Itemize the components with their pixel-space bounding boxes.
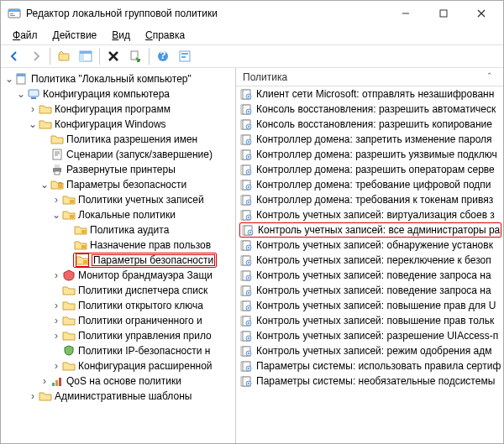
expand-icon[interactable]: › — [51, 300, 61, 311]
firewall-icon — [62, 269, 76, 282]
list-item[interactable]: Контроль учетных записей: повышение прав… — [236, 313, 503, 328]
column-header-policy[interactable]: Политика ⌃ — [236, 68, 503, 86]
list-item-label: Контроль учетных записей: виртуализация … — [256, 209, 495, 221]
policy-item-icon — [239, 102, 253, 116]
expand-icon[interactable]: › — [51, 360, 61, 372]
svg-rect-11 — [80, 54, 84, 61]
tree-label: QoS на основе политики — [66, 375, 181, 387]
tree-node-adv-audit[interactable]: › Конфигурация расширенной — [1, 358, 235, 373]
expand-icon[interactable]: › — [51, 269, 61, 281]
list-item[interactable]: Контроллер домена: запретить изменение п… — [236, 132, 503, 147]
tree-node-local-policies[interactable]: ⌄ Локальные политики — [1, 207, 235, 222]
svg-rect-22 — [29, 90, 39, 97]
expand-icon[interactable]: › — [51, 194, 61, 206]
export-button[interactable] — [125, 46, 145, 66]
maximize-button[interactable] — [424, 2, 462, 25]
list-item[interactable]: Контроль учетных записей: режим одобрени… — [236, 343, 503, 358]
list-item[interactable]: Параметры системы: использовать правила … — [236, 358, 503, 373]
expand-icon[interactable]: › — [51, 315, 61, 326]
tree-node-admin-templates[interactable]: › Административные шаблоны — [1, 389, 235, 404]
tree-pane[interactable]: ⌄ Политика "Локальный компьютер" ⌄ Конфи… — [1, 68, 236, 443]
list-item[interactable]: Контроль учетных записей: поведение запр… — [236, 283, 503, 298]
minimize-button[interactable] — [386, 2, 424, 25]
tree-label: Параметры безопасности — [66, 179, 186, 191]
up-button[interactable] — [54, 46, 74, 66]
list-item-label: Параметры системы: необязательные подсис… — [256, 375, 495, 387]
list-item[interactable]: Контроль учетных записей: виртуализация … — [236, 207, 503, 222]
list-item[interactable]: Контроль учетных записей: обнаружение ус… — [236, 238, 503, 253]
tree-label: Политики управления прило — [78, 330, 212, 342]
tree-node-account-policies[interactable]: › Политики учетных записей — [1, 192, 235, 207]
tree-node-qos[interactable]: › QoS на основе политики — [1, 373, 235, 389]
svg-rect-31 — [81, 230, 86, 233]
tree-node-name-res[interactable]: · Политика разрешения имен — [1, 132, 235, 147]
tree-node-app-control[interactable]: › Политики управления прило — [1, 328, 235, 343]
menu-view[interactable]: Вид — [105, 28, 137, 43]
expand-icon[interactable]: ⌄ — [39, 179, 50, 191]
tree-node-firewall[interactable]: › Монитор брандмауэра Защи — [1, 268, 235, 283]
tree-label: Политики ограниченного и — [78, 315, 202, 326]
policy-item-icon — [239, 208, 253, 222]
show-hide-tree-button[interactable] — [76, 46, 96, 66]
folder-icon — [62, 359, 76, 373]
list-item[interactable]: Параметры системы: необязательные подсис… — [236, 373, 503, 389]
tree-node-printers[interactable]: · Развернутые принтеры — [1, 162, 235, 177]
filter-button[interactable] — [175, 46, 195, 66]
expand-icon[interactable]: ⌄ — [28, 118, 38, 130]
list-item[interactable]: Консоль восстановления: разрешить копиро… — [236, 117, 503, 132]
close-button[interactable] — [462, 2, 500, 25]
expand-icon[interactable]: ⌄ — [4, 73, 14, 85]
list-item[interactable]: Контроль учетных записей: переключение к… — [236, 253, 503, 268]
svg-rect-5 — [440, 10, 447, 17]
menu-action[interactable]: Действие — [46, 28, 104, 43]
expand-icon[interactable]: › — [28, 390, 38, 402]
list-item[interactable]: Контроль учетных записей: разрешение UIA… — [236, 328, 503, 343]
folder-icon — [62, 284, 76, 297]
policy-item-icon — [239, 148, 253, 161]
list-item-label: Контроль учетных записей: режим одобрени… — [256, 345, 491, 357]
tree-node-public-key[interactable]: › Политики открытого ключа — [1, 298, 235, 313]
folder-icon — [39, 102, 52, 116]
list-pane[interactable]: Политика ⌃ Клиент сети Microsoft: отправ… — [236, 68, 503, 443]
list-item-label: Контроль учетных записей: все администра… — [258, 224, 500, 236]
forward-button[interactable] — [26, 46, 46, 66]
tree-node-nlm[interactable]: · Политики диспетчера списк — [1, 283, 235, 298]
tree-node-user-rights[interactable]: · Назначение прав пользов — [1, 238, 235, 253]
tree-node-software-restrict[interactable]: › Политики ограниченного и — [1, 313, 235, 328]
list-item[interactable]: Контроль учетных записей: поведение запр… — [236, 268, 503, 283]
list-item[interactable]: Клиент сети Microsoft: отправлять незаши… — [236, 86, 503, 102]
list-item[interactable]: Контроллер домена: требования к токенам … — [236, 192, 503, 207]
list-item[interactable]: Контроль учетных записей: все администра… — [236, 222, 503, 238]
lock-folder-icon — [62, 208, 76, 222]
tree-root[interactable]: ⌄ Политика "Локальный компьютер" — [1, 71, 235, 86]
list-item[interactable]: Контроль учетных записей: повышение прав… — [236, 298, 503, 313]
svg-rect-1 — [8, 9, 20, 12]
back-button[interactable] — [4, 46, 24, 66]
list-item[interactable]: Контроллер домена: разрешить операторам … — [236, 162, 503, 177]
svg-rect-36 — [59, 378, 61, 386]
expand-icon[interactable]: ⌄ — [51, 209, 61, 221]
tree-node-security-options[interactable]: · Параметры безопасности — [1, 253, 235, 268]
expand-icon[interactable]: › — [51, 330, 61, 342]
tree-node-windows-config[interactable]: ⌄ Конфигурация Windows — [1, 117, 235, 132]
list-item[interactable]: Консоль восстановления: разрешить автома… — [236, 102, 503, 117]
tree-node-ipsec[interactable]: · Политики IP-безопасности н — [1, 343, 235, 358]
menu-file[interactable]: Файл — [6, 28, 45, 43]
tree-node-computer-config[interactable]: ⌄ Конфигурация компьютера — [1, 86, 235, 102]
tree-node-software-settings[interactable]: › Конфигурация программ — [1, 102, 235, 117]
list-item[interactable]: Контроллер домена: разрешить уязвимые по… — [236, 147, 503, 162]
list-item[interactable]: Контроллер домена: требование цифровой п… — [236, 177, 503, 192]
tree-node-audit[interactable]: · Политика аудита — [1, 222, 235, 238]
folder-icon — [62, 299, 76, 312]
svg-rect-35 — [55, 380, 58, 386]
menu-help[interactable]: Справка — [139, 28, 192, 43]
expand-icon[interactable]: ⌄ — [16, 88, 26, 100]
printer-icon — [50, 163, 64, 176]
expand-icon[interactable]: › — [39, 375, 50, 387]
expand-icon[interactable]: › — [28, 103, 38, 115]
lock-folder-icon — [62, 193, 76, 206]
tree-node-security-settings[interactable]: ⌄ Параметры безопасности — [1, 177, 235, 192]
delete-button[interactable] — [103, 46, 123, 66]
help-button[interactable]: ? — [153, 46, 173, 66]
tree-node-scripts[interactable]: · Сценарии (запуск/завершение) — [1, 147, 235, 162]
